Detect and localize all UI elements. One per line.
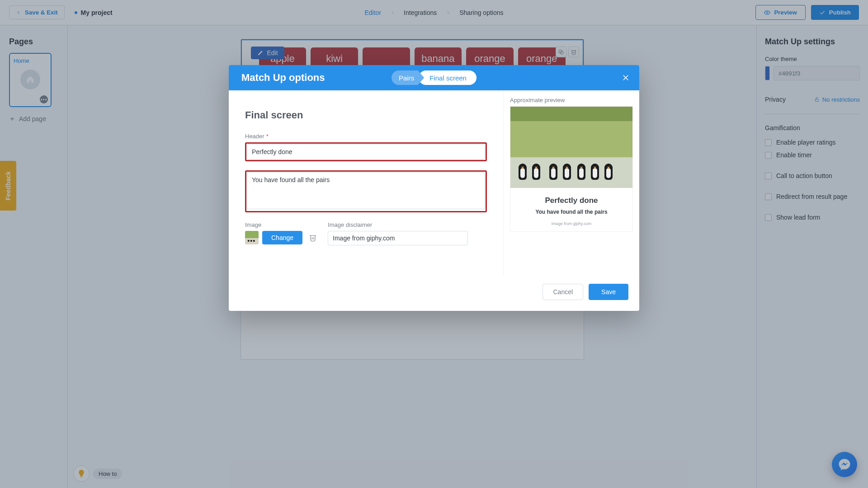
header-label-text: Header [245, 133, 264, 140]
preview-card: Perfectly done You have found all the pa… [510, 106, 633, 232]
tab-final-label: Final screen [429, 74, 467, 82]
change-image-button[interactable]: Change [262, 231, 302, 244]
save-label: Save [601, 288, 616, 296]
close-icon [622, 74, 630, 82]
header-input[interactable] [247, 144, 485, 160]
disclaimer-field-label: Image disclaimer [328, 221, 487, 228]
modal-preview: Approximate preview Perfectly done You h… [504, 90, 639, 276]
image-thumbnail[interactable] [245, 231, 259, 244]
disclaimer-input[interactable] [328, 231, 468, 245]
header-highlight [245, 142, 487, 161]
matchup-options-modal: Match Up options Pairs Final screen Fina… [229, 65, 639, 311]
preview-disclaimer: Image from giphy.com [510, 221, 632, 226]
tab-pairs[interactable]: Pairs [392, 70, 424, 85]
modal-title: Match Up options [241, 72, 325, 84]
modal-tabs: Pairs Final screen [392, 70, 476, 85]
remove-image-button[interactable] [309, 234, 317, 242]
tab-final-screen[interactable]: Final screen [419, 70, 476, 85]
body-textarea[interactable] [247, 172, 485, 209]
close-button[interactable] [619, 71, 632, 84]
body-highlight [245, 170, 487, 212]
save-button[interactable]: Save [589, 284, 628, 300]
preview-subtitle: You have found all the pairs [510, 209, 632, 215]
preview-image [510, 107, 632, 188]
header-field-label: Header* [245, 133, 487, 140]
modal-header: Match Up options Pairs Final screen [229, 65, 639, 90]
image-field-label: Image [245, 221, 317, 228]
cancel-label: Cancel [553, 288, 573, 296]
preview-caption: Approximate preview [510, 97, 633, 103]
preview-title: Perfectly done [510, 196, 632, 205]
section-title: Final screen [245, 109, 487, 121]
change-label: Change [271, 234, 293, 241]
modal-form: Final screen Header* Image Change [229, 90, 504, 276]
modal-footer: Cancel Save [229, 276, 639, 311]
cancel-button[interactable]: Cancel [542, 284, 583, 300]
tab-pairs-label: Pairs [399, 74, 414, 82]
